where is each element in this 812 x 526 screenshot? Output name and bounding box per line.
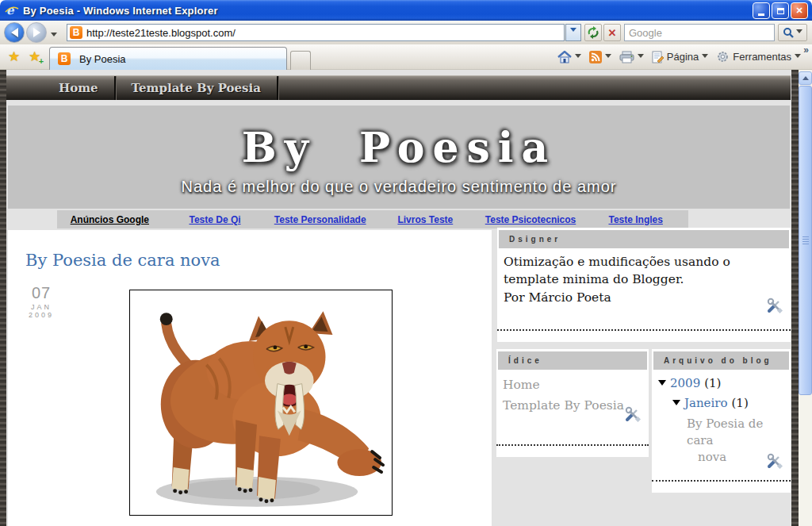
back-arrow-icon <box>11 28 18 37</box>
widget-dsigner-title: Dsigner <box>499 230 789 248</box>
post-month: JAN <box>29 303 54 311</box>
address-bar: B ✕ <box>0 21 812 44</box>
archive-month-link[interactable]: Janeiro <box>684 396 728 410</box>
site-header: By Poesia Nada é melhor do que o verdade… <box>8 106 790 209</box>
sabertooth-tiger-image <box>131 292 391 513</box>
page-menu-label: Página <box>667 51 699 63</box>
blog-title: By Poesia <box>8 123 790 171</box>
dsigner-author: Por Márcio Poeta <box>504 289 784 306</box>
vertical-scrollbar[interactable] <box>799 70 812 526</box>
widget-indice-title: Ídice <box>498 351 647 370</box>
favorites-star-icon[interactable]: ★ <box>8 48 20 65</box>
plus-icon: + <box>39 56 44 66</box>
post-day: 07 <box>29 284 54 302</box>
url-input[interactable] <box>86 25 564 40</box>
search-button[interactable] <box>778 24 807 41</box>
page-dropdown-icon[interactable] <box>702 54 708 61</box>
page-icon <box>652 51 664 63</box>
tools-menu-button[interactable]: Ferramentas <box>714 48 802 65</box>
ads-label: Anúncios Google <box>57 214 163 225</box>
feeds-dropdown-icon[interactable] <box>605 54 611 61</box>
archive-year-link[interactable]: 2009 <box>670 376 700 390</box>
indice-link-home[interactable]: Home <box>503 374 642 395</box>
nav-item-template[interactable]: Template By Poesia <box>116 76 277 100</box>
ad-links-bar: Anúncios Google Teste De Qi Teste Person… <box>57 210 688 228</box>
site-nav: Home Template By Poesia <box>6 75 791 100</box>
search-icon <box>783 27 794 38</box>
home-button[interactable] <box>556 49 583 65</box>
new-tab-stub[interactable] <box>290 51 311 70</box>
post-title[interactable]: By Poesia de cara nova <box>25 251 220 270</box>
collapse-arrow-icon[interactable] <box>672 400 680 409</box>
widget-divider <box>496 444 649 446</box>
ad-link-4[interactable]: Teste Psicotecnicos <box>478 214 584 225</box>
indice-link-template[interactable]: Template By Poesia <box>503 395 642 416</box>
widget-edit-tools-icon[interactable] <box>625 406 641 425</box>
title-bar: e By Poesia - Windows Internet Explorer … <box>0 0 812 21</box>
tools-dropdown-icon[interactable] <box>795 54 801 61</box>
archive-post-line1: By Poesia de cara <box>687 416 786 449</box>
web-page: Home Template By Poesia By Poesia Nada é… <box>0 70 812 526</box>
url-field-container: B <box>67 24 565 41</box>
tab-label: By Poesia <box>79 53 126 65</box>
browser-window: e By Poesia - Windows Internet Explorer … <box>0 0 812 526</box>
close-button[interactable]: ✕ <box>791 2 808 19</box>
dsigner-description: Otimização e mudificações usando o templ… <box>504 253 784 289</box>
archive-year-count: (1) <box>704 376 721 390</box>
scroll-up-icon <box>802 73 809 80</box>
stop-icon: ✕ <box>608 27 617 39</box>
search-input[interactable] <box>625 25 774 40</box>
home-dropdown-icon[interactable] <box>575 54 581 61</box>
ad-link-3[interactable]: Livros Teste <box>373 214 478 225</box>
feeds-button[interactable] <box>588 49 613 65</box>
toolbar-overflow-icon[interactable]: » <box>803 44 809 56</box>
tab-bar: ★ ★+ B By Poesia <box>0 44 812 70</box>
command-bar: Página Ferramentas <box>556 48 802 65</box>
post-date: 07 JAN 2009 <box>29 284 54 319</box>
refresh-icon <box>587 26 599 39</box>
home-icon <box>557 51 572 63</box>
page-background-left <box>0 70 6 526</box>
ad-link-2[interactable]: Teste Personalidade <box>267 214 373 225</box>
scrollbar-thumb[interactable] <box>799 86 812 395</box>
ad-link-5[interactable]: Teste Ingles <box>583 214 688 225</box>
page-background-right <box>791 70 799 526</box>
nav-item-home[interactable]: Home <box>43 76 114 100</box>
print-button[interactable] <box>618 49 645 65</box>
ad-link-1[interactable]: Teste De Qi <box>163 214 268 225</box>
main-column: By Poesia de cara nova 07 JAN 2009 <box>8 230 492 526</box>
collapse-arrow-icon[interactable] <box>658 380 666 390</box>
tab-favicon-icon: B <box>58 52 71 65</box>
widget-edit-tools-icon[interactable] <box>767 298 783 317</box>
back-button[interactable] <box>4 22 25 43</box>
add-favorite-icon[interactable]: ★+ <box>29 48 40 65</box>
ie-logo-icon: e <box>5 3 19 17</box>
blogger-favicon-icon: B <box>70 26 82 39</box>
tab-by-poesia[interactable]: B By Poesia <box>49 47 287 70</box>
stop-button[interactable]: ✕ <box>603 24 621 41</box>
scrollbar-grip <box>802 236 809 244</box>
minimize-icon <box>758 13 764 16</box>
widget-edit-tools-icon[interactable] <box>767 453 783 472</box>
widget-dsigner: Dsigner Otimização e mudificações usando… <box>497 228 791 342</box>
archive-year-row: 2009 (1) <box>658 376 786 390</box>
close-icon: ✕ <box>795 6 802 16</box>
gear-icon <box>716 50 730 63</box>
minimize-button[interactable] <box>753 2 770 19</box>
window-title: By Poesia - Windows Internet Explorer <box>23 5 218 17</box>
search-options-icon <box>796 29 802 36</box>
forward-arrow-icon <box>33 28 40 37</box>
history-dropdown-icon[interactable] <box>51 33 57 40</box>
rss-icon <box>589 51 602 63</box>
url-dropdown-button[interactable] <box>565 24 581 41</box>
forward-button[interactable] <box>26 22 47 43</box>
print-dropdown-icon[interactable] <box>638 54 644 61</box>
scroll-up-button[interactable] <box>799 71 812 85</box>
archive-month-count: (1) <box>732 396 749 410</box>
restore-icon <box>777 8 784 14</box>
restore-button[interactable] <box>772 2 789 19</box>
post-image[interactable] <box>129 290 393 516</box>
refresh-button[interactable] <box>584 24 602 41</box>
page-menu-button[interactable]: Página <box>650 49 710 65</box>
blog-tagline: Nada é melhor do que o verdadeiro sentim… <box>8 178 790 196</box>
